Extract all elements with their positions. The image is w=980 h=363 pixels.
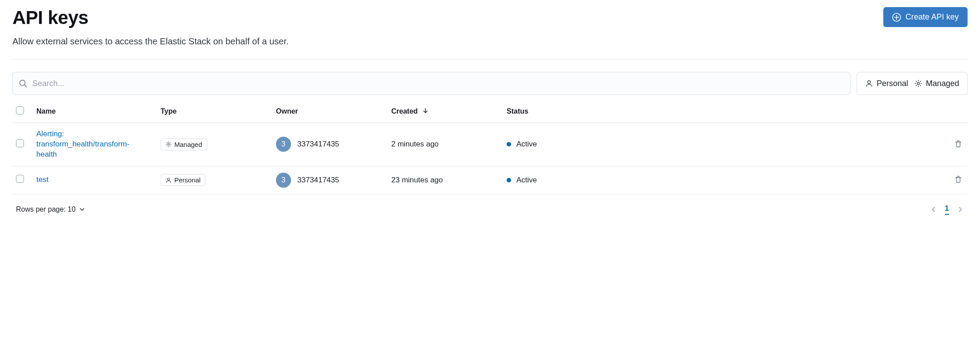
page-description: Allow external services to access the El… — [12, 36, 968, 47]
filter-managed-label: Managed — [926, 79, 959, 88]
prev-page-button[interactable] — [930, 206, 937, 213]
row-checkbox[interactable] — [16, 175, 24, 183]
avatar: 3 — [276, 173, 291, 188]
filter-group: Personal Managed — [857, 72, 968, 95]
trash-icon — [954, 175, 962, 183]
type-badge: Managed — [161, 138, 207, 150]
delete-button[interactable] — [952, 138, 964, 151]
svg-point-4 — [168, 143, 169, 145]
api-key-name-link[interactable]: test — [36, 175, 48, 185]
create-api-key-label: Create API key — [905, 12, 959, 22]
api-key-name-link[interactable]: Alerting: transform_health/transform-hea… — [36, 129, 143, 160]
owner-id: 3373417435 — [297, 140, 339, 149]
owner-id: 3373417435 — [297, 176, 339, 185]
type-badge-label: Managed — [174, 141, 202, 148]
rows-per-page-label: Rows per page: 10 — [16, 205, 75, 213]
column-header-created[interactable]: Created — [391, 107, 418, 115]
svg-point-5 — [168, 178, 170, 180]
filter-managed[interactable]: Managed — [914, 79, 959, 88]
column-header-type[interactable]: Type — [161, 107, 177, 115]
status-dot-icon — [507, 178, 511, 182]
status-dot-icon — [507, 142, 511, 146]
create-api-key-button[interactable]: Create API key — [883, 7, 968, 27]
table-row: Alerting: transform_health/transform-hea… — [12, 123, 968, 166]
rows-per-page-selector[interactable]: Rows per page: 10 — [16, 205, 85, 213]
gear-icon — [165, 141, 172, 147]
row-checkbox[interactable] — [16, 139, 24, 147]
search-icon — [19, 79, 27, 87]
chevron-left-icon — [930, 206, 937, 213]
plus-circle-icon — [892, 13, 901, 22]
page-title: API keys — [12, 7, 88, 28]
created-time: 2 minutes ago — [391, 140, 439, 148]
status-text: Active — [516, 140, 537, 149]
pagination: 1 — [930, 204, 964, 215]
delete-button[interactable] — [952, 174, 964, 186]
filter-personal-label: Personal — [877, 79, 908, 88]
avatar: 3 — [276, 137, 291, 152]
table-row: test Personal 3 3373417435 23 minutes ag… — [12, 166, 968, 194]
search-input[interactable] — [27, 79, 844, 88]
filter-personal[interactable]: Personal — [865, 79, 908, 88]
column-header-status[interactable]: Status — [507, 107, 528, 115]
gear-icon — [914, 79, 922, 87]
chevron-down-icon — [79, 206, 85, 213]
sort-desc-icon — [422, 107, 429, 114]
user-icon — [165, 177, 172, 183]
column-header-owner[interactable]: Owner — [276, 107, 298, 115]
type-badge-label: Personal — [174, 176, 201, 184]
select-all-checkbox[interactable] — [16, 107, 24, 114]
created-time: 23 minutes ago — [391, 176, 443, 184]
status-text: Active — [516, 176, 537, 185]
user-icon — [865, 79, 873, 87]
column-header-name[interactable]: Name — [36, 107, 56, 115]
svg-point-2 — [868, 81, 870, 83]
next-page-button[interactable] — [957, 206, 964, 213]
svg-point-3 — [917, 83, 919, 85]
search-box[interactable] — [12, 72, 850, 95]
trash-icon — [954, 140, 962, 148]
chevron-right-icon — [957, 206, 964, 213]
divider — [12, 59, 968, 59]
type-badge: Personal — [161, 174, 205, 186]
page-number-current[interactable]: 1 — [945, 204, 949, 215]
api-keys-table: Name Type Owner Created Status Alerting:… — [12, 99, 968, 194]
